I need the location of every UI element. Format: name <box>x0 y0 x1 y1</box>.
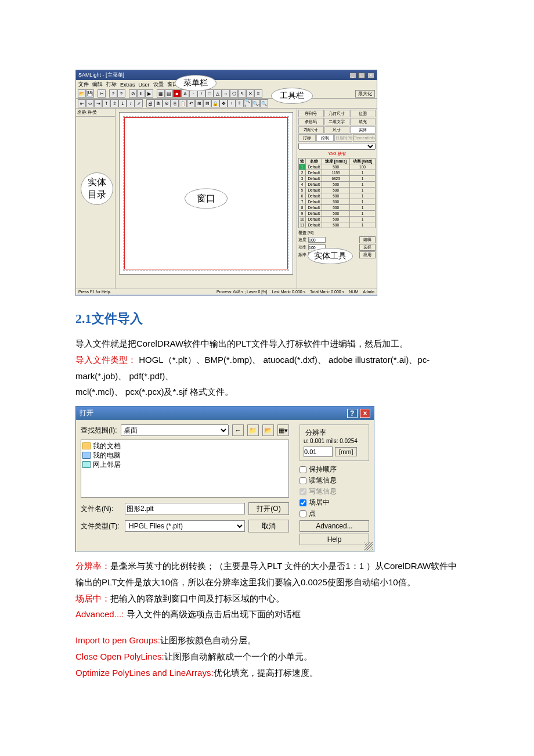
edit-button[interactable]: 编辑 <box>359 236 376 243</box>
pen-preset-select[interactable] <box>298 143 376 150</box>
tri-icon[interactable]: △ <box>214 89 222 98</box>
menu-extras[interactable]: Extras <box>120 82 135 88</box>
undo-icon[interactable]: ↶ <box>187 99 195 107</box>
maximize-icon[interactable]: □ <box>358 73 365 78</box>
dialog-help-icon[interactable]: ? <box>347 409 358 418</box>
arrow-icon[interactable]: ↖ <box>238 89 246 98</box>
pen-row[interactable]: 9Default5001 <box>299 211 376 217</box>
pause-icon[interactable]: ⏸ <box>137 89 145 98</box>
help-button[interactable]: Help <box>300 534 369 545</box>
menu-settings[interactable]: 设置 <box>153 81 164 88</box>
cancel-button[interactable]: 取消 <box>248 520 289 532</box>
menu-mark[interactable]: 打标 <box>106 81 117 88</box>
rtab-elementinfo[interactable]: ElementInfo <box>353 134 376 142</box>
rtab-serial[interactable]: 序列号 <box>298 110 324 117</box>
print-icon[interactable]: 🖨 <box>146 99 154 107</box>
group-icon[interactable]: ⊞ <box>195 99 203 107</box>
pen-row[interactable]: 3Default68231 <box>299 176 376 182</box>
layer-icon[interactable]: ▤ <box>165 89 173 98</box>
nav-view-icon[interactable]: ▦▾ <box>277 424 289 436</box>
place-network[interactable]: 网上邻居 <box>82 460 287 469</box>
hatch-icon[interactable]: ※ <box>163 99 171 107</box>
mark-icon[interactable]: ■ <box>173 89 181 98</box>
resize-grip-icon[interactable] <box>365 542 373 550</box>
rtab-geom[interactable]: 几何尺寸 <box>324 110 350 117</box>
hcenter-icon[interactable]: ⫶ <box>228 99 236 107</box>
pen-row[interactable]: 8Default5001 <box>299 205 376 211</box>
align-t-icon[interactable]: ⤒ <box>102 99 110 107</box>
help-icon[interactable]: ? <box>109 89 117 98</box>
pen-row[interactable]: 7Default5001 <box>299 199 376 205</box>
place-computer[interactable]: 我的电脑 <box>82 451 287 460</box>
more-icon[interactable]: ≡ <box>254 89 262 98</box>
dist-h-icon[interactable]: / <box>127 99 135 107</box>
preview-icon[interactable]: 🗎 <box>154 99 163 107</box>
nav-up-icon[interactable]: 📁 <box>247 424 259 436</box>
center-checkbox[interactable] <box>300 499 306 506</box>
menu-edit[interactable]: 编辑 <box>92 81 103 88</box>
pen-row[interactable]: 4Default5001 <box>299 182 376 188</box>
nav-new-icon[interactable]: 📂 <box>262 424 274 436</box>
open-icon[interactable]: 📂 <box>78 89 86 98</box>
zoomin-icon[interactable]: 🔍+ <box>244 99 252 107</box>
maximize-button[interactable]: 最大化 <box>355 90 375 98</box>
save-icon[interactable]: 💾 <box>86 89 94 98</box>
poly-icon[interactable]: ⬠ <box>230 89 238 98</box>
rtab-2dtext[interactable]: 二维文字 <box>324 118 350 125</box>
cut-icon[interactable]: ✂ <box>98 89 106 98</box>
align-b-icon[interactable]: ⤓ <box>118 99 127 107</box>
ov-speed-input[interactable] <box>308 237 326 243</box>
align-r-icon[interactable]: ⇥ <box>94 99 102 107</box>
copy-icon[interactable]: ⎘ <box>171 99 179 107</box>
minimize-icon[interactable]: _ <box>349 73 356 78</box>
rtab-mark[interactable]: 打标 <box>298 134 316 142</box>
whatsthis-icon[interactable]: ? <box>117 89 125 98</box>
place-docs[interactable]: 我的文档 <box>82 441 287 451</box>
point-checkbox[interactable] <box>300 510 306 517</box>
stop-icon[interactable]: ⊘ <box>129 89 137 98</box>
align-l-icon[interactable]: ⇤ <box>78 99 86 107</box>
rtab-entity[interactable]: 实体 <box>350 126 376 134</box>
x-icon[interactable]: ✕ <box>246 89 254 98</box>
pen-row[interactable]: 2Default11551 <box>299 170 376 176</box>
pen-row[interactable]: 5Default5001 <box>299 188 376 193</box>
menu-file[interactable]: 文件 <box>78 81 89 88</box>
rtab-bitmap[interactable]: 位图 <box>350 110 376 117</box>
pen-row[interactable]: 6Default5001 <box>299 193 376 199</box>
file-list[interactable]: 我的文档 我的电脑 网上邻居 <box>81 440 289 498</box>
filetype-select[interactable]: HPGL Files (*.plt) <box>125 520 245 532</box>
circle-icon[interactable]: ○ <box>222 89 230 98</box>
rtab-control[interactable]: 控制 <box>316 134 334 142</box>
read-pen-checkbox[interactable] <box>300 477 306 484</box>
rtab-barcode[interactable]: 条形码 <box>298 118 324 125</box>
menu-user[interactable]: User <box>139 82 150 88</box>
zoomfit-icon[interactable]: 🔍 <box>260 99 268 107</box>
pen-row[interactable]: 11Default5001 <box>299 222 376 228</box>
pen-row[interactable]: 1Default500100 <box>299 164 376 170</box>
look-in-select[interactable]: 桌面 <box>121 424 229 436</box>
rtab-zsize[interactable]: Z轴尺寸 <box>298 126 324 134</box>
keep-order-checkbox[interactable] <box>300 466 306 473</box>
close-icon[interactable]: × <box>367 73 374 78</box>
grid-icon[interactable]: ▦ <box>157 89 165 98</box>
lock-icon[interactable]: 🔒 <box>211 99 219 107</box>
canvas-area[interactable]: 窗口 <box>116 109 297 289</box>
align-m-icon[interactable]: ⇕ <box>110 99 118 107</box>
filename-input[interactable] <box>125 503 245 514</box>
advanced-button[interactable]: Advanced... <box>300 520 369 532</box>
paste-icon[interactable]: 📋 <box>179 99 187 107</box>
align-c-icon[interactable]: ⇔ <box>86 99 94 107</box>
resolution-input[interactable] <box>304 447 333 457</box>
select-button[interactable]: 选择 <box>359 244 376 251</box>
center-icon[interactable]: ✥ <box>219 99 228 107</box>
apply-button[interactable]: 应用 <box>359 251 376 258</box>
nav-back-icon[interactable]: ← <box>232 424 244 436</box>
dialog-close-icon[interactable]: × <box>360 409 370 418</box>
dist-v-icon[interactable]: ⫽ <box>135 99 143 107</box>
play-icon[interactable]: ▶ <box>145 89 153 98</box>
open-button[interactable]: 打开(O) <box>248 502 289 515</box>
rtab-hatch[interactable]: 填充 <box>350 118 376 125</box>
rtab-datetime[interactable]: 日期时间 <box>334 134 352 142</box>
ungroup-icon[interactable]: ⊟ <box>203 99 211 107</box>
rtab-size[interactable]: 尺寸 <box>324 126 350 134</box>
